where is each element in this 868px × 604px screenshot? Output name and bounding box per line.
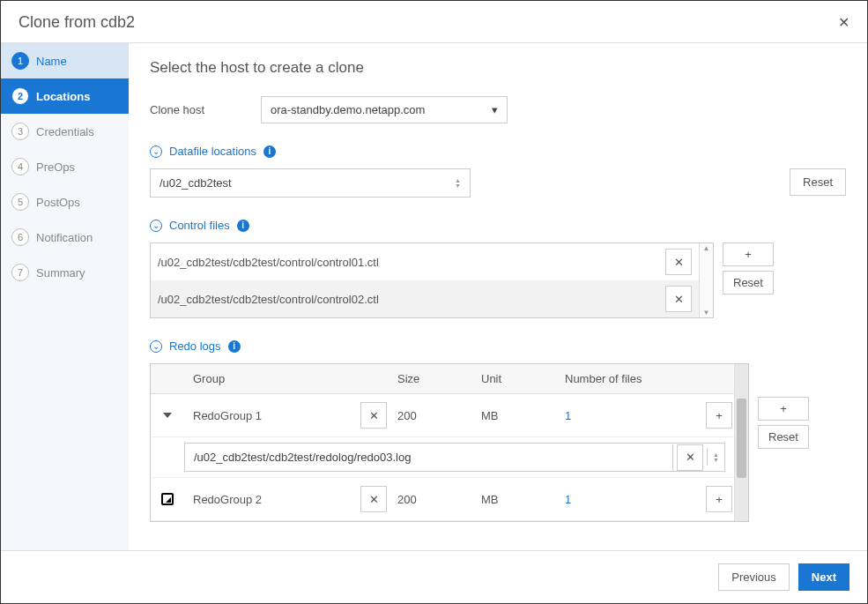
wizard-content: Select the host to create a clone Clone … [129, 43, 867, 550]
clone-host-label: Clone host [150, 103, 247, 116]
info-icon[interactable]: i [228, 340, 241, 353]
step-label: Summary [36, 266, 85, 280]
step-summary[interactable]: 7 Summary [1, 255, 129, 290]
clone-dialog: Clone from cdb2 ✕ 1 Name 2 Locations 3 C… [0, 0, 868, 604]
step-number: 5 [11, 193, 29, 211]
step-label: Name [36, 55, 67, 68]
chevron-down-icon: ▾ [492, 103, 498, 116]
unit-value[interactable]: MB [472, 489, 556, 510]
file-count[interactable]: 1 [556, 489, 697, 510]
remove-button[interactable]: ✕ [360, 486, 387, 512]
clone-host-value: ora-standby.demo.netapp.com [271, 103, 425, 116]
step-label: PostOps [36, 196, 80, 209]
remove-button[interactable]: ✕ [665, 286, 692, 312]
step-postops[interactable]: 5 PostOps [1, 184, 129, 220]
redo-group-row[interactable]: RedoGroup 2 ✕ 200 MB 1 + [151, 478, 734, 521]
step-label: Credentials [36, 125, 94, 138]
size-value[interactable]: 200 [389, 489, 472, 510]
clone-host-row: Clone host ora-standby.demo.netapp.com ▾ [150, 96, 846, 123]
next-button[interactable]: Next [798, 563, 849, 591]
control-file-item[interactable]: /u02_cdb2test/cdb2test/control/control02… [151, 280, 699, 317]
info-icon[interactable]: i [263, 145, 276, 158]
control-file-item[interactable]: /u02_cdb2test/cdb2test/control/control01… [151, 243, 699, 280]
scrollbar[interactable] [734, 364, 748, 521]
step-number: 6 [11, 228, 29, 246]
step-label: Notification [36, 231, 93, 244]
step-number: 3 [11, 123, 29, 140]
group-name: RedoGroup 2 [184, 489, 352, 510]
step-label: Locations [36, 90, 90, 103]
control-add-button[interactable]: + [723, 242, 774, 266]
section-title: Control files [169, 219, 230, 232]
expand-toggle[interactable] [151, 413, 184, 418]
step-locations[interactable]: 2 Locations [1, 78, 129, 114]
step-number: 7 [11, 264, 29, 281]
redo-group-row[interactable]: RedoGroup 1 ✕ 200 MB 1 + [151, 394, 734, 437]
expand-toggle[interactable] [151, 493, 184, 505]
dialog-body: 1 Name 2 Locations 3 Credentials 4 PreOp… [1, 43, 867, 550]
redo-add-button[interactable]: + [758, 397, 809, 421]
step-name[interactable]: 1 Name [1, 43, 129, 78]
triangle-down-icon [163, 413, 172, 418]
step-label: PreOps [36, 160, 75, 174]
redo-table: Group Size Unit Number of files RedoGrou… [150, 363, 749, 522]
control-row: /u02_cdb2test/cdb2test/control/control01… [150, 242, 846, 318]
step-number: 1 [11, 52, 29, 70]
redo-file-path: /u02_cdb2test/cdb2test/redolog/redo03.lo… [185, 444, 672, 471]
datafile-section-header[interactable]: ⌄ Datafile locations i [150, 145, 846, 158]
control-section-header[interactable]: ⌄ Control files i [150, 219, 846, 232]
control-file-path: /u02_cdb2test/cdb2test/control/control01… [158, 256, 658, 269]
collapse-icon: ⌄ [150, 145, 162, 158]
spinner-icon[interactable]: ▲▼ [455, 178, 461, 188]
add-button[interactable]: + [706, 402, 732, 429]
unit-value[interactable]: MB [472, 406, 556, 426]
redo-section-header[interactable]: ⌄ Redo logs i [150, 339, 846, 353]
wizard-sidebar: 1 Name 2 Locations 3 Credentials 4 PreOp… [1, 43, 129, 550]
control-file-path: /u02_cdb2test/cdb2test/control/control02… [158, 293, 658, 306]
scroll-thumb[interactable] [737, 399, 746, 478]
redo-file-input[interactable]: /u02_cdb2test/cdb2test/redolog/redo03.lo… [184, 443, 725, 472]
step-preops[interactable]: 4 PreOps [1, 149, 129, 184]
table-header: Group Size Unit Number of files [151, 364, 734, 394]
datafile-path: /u02_cdb2test [160, 176, 232, 190]
datafile-path-input[interactable]: /u02_cdb2test ▲▼ [150, 168, 471, 198]
scrollbar[interactable]: ▲▼ [699, 243, 713, 317]
expand-box-icon [161, 493, 174, 505]
dialog-title: Clone from cdb2 [19, 13, 135, 32]
step-credentials[interactable]: 3 Credentials [1, 114, 129, 149]
remove-button[interactable]: ✕ [665, 249, 692, 275]
collapse-icon: ⌄ [150, 340, 162, 353]
add-button[interactable]: + [706, 486, 732, 512]
dialog-header: Clone from cdb2 ✕ [1, 1, 867, 43]
section-title: Redo logs [169, 339, 221, 353]
datafile-row: /u02_cdb2test ▲▼ Reset [150, 168, 846, 198]
collapse-icon: ⌄ [150, 220, 162, 232]
remove-button[interactable]: ✕ [360, 402, 387, 429]
size-value[interactable]: 200 [389, 406, 472, 426]
page-title: Select the host to create a clone [150, 59, 846, 77]
redo-row: Group Size Unit Number of files RedoGrou… [150, 363, 846, 522]
group-name: RedoGroup 1 [184, 406, 352, 426]
remove-button[interactable]: ✕ [677, 444, 703, 471]
redo-reset-button[interactable]: Reset [758, 425, 809, 449]
step-notification[interactable]: 6 Notification [1, 220, 129, 255]
step-number: 2 [11, 87, 29, 105]
control-files-list: /u02_cdb2test/cdb2test/control/control01… [150, 242, 714, 318]
control-reset-button[interactable]: Reset [723, 271, 774, 295]
th-size: Size [389, 364, 472, 393]
info-icon[interactable]: i [237, 220, 249, 232]
redo-file-row: /u02_cdb2test/cdb2test/redolog/redo03.lo… [151, 437, 734, 478]
clone-host-select[interactable]: ora-standby.demo.netapp.com ▾ [261, 96, 508, 123]
datafile-reset-button[interactable]: Reset [790, 168, 846, 196]
th-unit: Unit [472, 364, 556, 393]
dialog-footer: Previous Next [1, 550, 867, 603]
th-group: Group [184, 364, 352, 393]
section-title: Datafile locations [169, 145, 256, 158]
file-count[interactable]: 1 [556, 406, 697, 426]
close-icon[interactable]: ✕ [838, 14, 849, 31]
previous-button[interactable]: Previous [718, 563, 790, 591]
th-num: Number of files [556, 364, 697, 393]
spinner-icon[interactable]: ▲▼ [713, 452, 719, 462]
step-number: 4 [11, 158, 29, 175]
